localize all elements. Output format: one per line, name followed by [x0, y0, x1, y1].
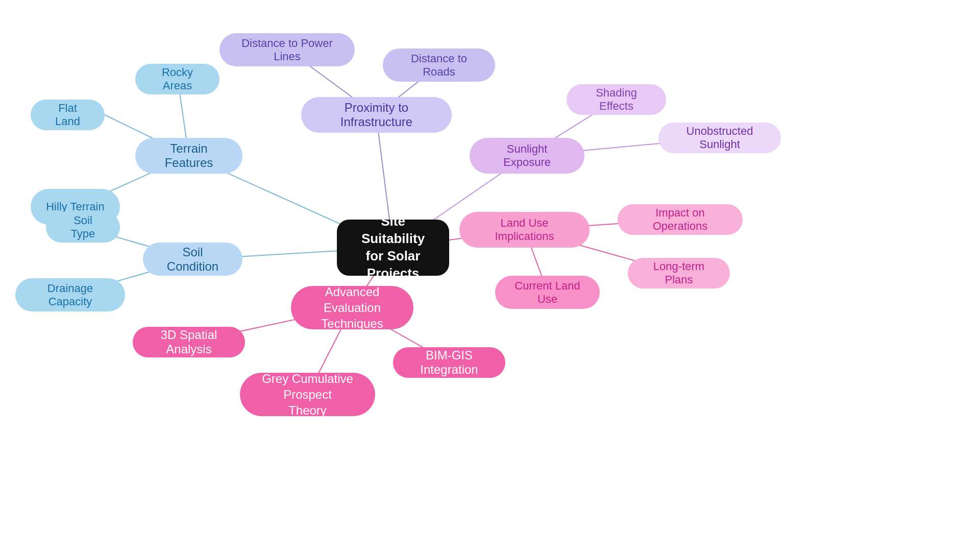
flat-land-label: Flat Land — [45, 102, 90, 128]
drainage-capacity-label: Drainage Capacity — [30, 282, 111, 308]
soil-condition-node: Soil Condition — [143, 243, 242, 276]
soil-condition-label: Soil Condition — [157, 245, 228, 274]
proximity-infrastructure-label: Proximity to Infrastructure — [315, 101, 437, 129]
land-use-implications-node: Land Use Implications — [459, 212, 590, 248]
center-node: Site Suitability for Solar Projects — [337, 220, 449, 276]
grey-cumulative-label: Grey Cumulative Prospect Theory — [254, 371, 361, 419]
distance-roads-label: Distance to Roads — [397, 52, 481, 79]
advanced-eval-label: Advanced Evaluation Techniques — [305, 284, 399, 332]
current-land-use-label: Current Land Use — [509, 279, 585, 306]
rocky-areas-node: Rocky Areas — [135, 64, 219, 94]
soil-type-label: Soil Type — [60, 214, 106, 241]
terrain-features-node: Terrain Features — [135, 138, 242, 174]
unobstructed-sunlight-node: Unobstructed Sunlight — [658, 123, 781, 153]
soil-type-node: Soil Type — [46, 212, 120, 243]
impact-operations-label: Impact on Operations — [632, 206, 728, 233]
spatial-analysis-node: 3D Spatial Analysis — [133, 327, 245, 357]
distance-power-label: Distance to Power Lines — [234, 37, 340, 63]
proximity-infrastructure-node: Proximity to Infrastructure — [301, 97, 452, 133]
long-term-plans-label: Long-term Plans — [642, 260, 716, 286]
sunlight-exposure-label: Sunlight Exposure — [484, 142, 570, 169]
unobstructed-sunlight-label: Unobstructed Sunlight — [673, 125, 767, 151]
current-land-use-node: Current Land Use — [495, 276, 600, 309]
spatial-analysis-label: 3D Spatial Analysis — [147, 328, 231, 356]
terrain-features-label: Terrain Features — [150, 141, 228, 170]
bim-gis-label: BIM-GIS Integration — [407, 348, 491, 377]
shading-effects-node: Shading Effects — [567, 84, 666, 115]
grey-cumulative-node: Grey Cumulative Prospect Theory — [240, 373, 375, 416]
rocky-areas-label: Rocky Areas — [150, 66, 205, 92]
drainage-capacity-node: Drainage Capacity — [15, 278, 125, 311]
land-use-implications-label: Land Use Implications — [474, 217, 575, 243]
center-label: Site Suitability for Solar Projects — [351, 213, 435, 282]
impact-operations-node: Impact on Operations — [618, 204, 743, 235]
advanced-eval-node: Advanced Evaluation Techniques — [291, 286, 413, 329]
sunlight-exposure-node: Sunlight Exposure — [470, 138, 584, 174]
distance-roads-node: Distance to Roads — [383, 49, 495, 82]
distance-power-node: Distance to Power Lines — [219, 33, 355, 66]
flat-land-node: Flat Land — [31, 100, 105, 130]
long-term-plans-node: Long-term Plans — [628, 258, 730, 288]
shading-effects-label: Shading Effects — [581, 86, 652, 113]
bim-gis-node: BIM-GIS Integration — [393, 347, 505, 378]
